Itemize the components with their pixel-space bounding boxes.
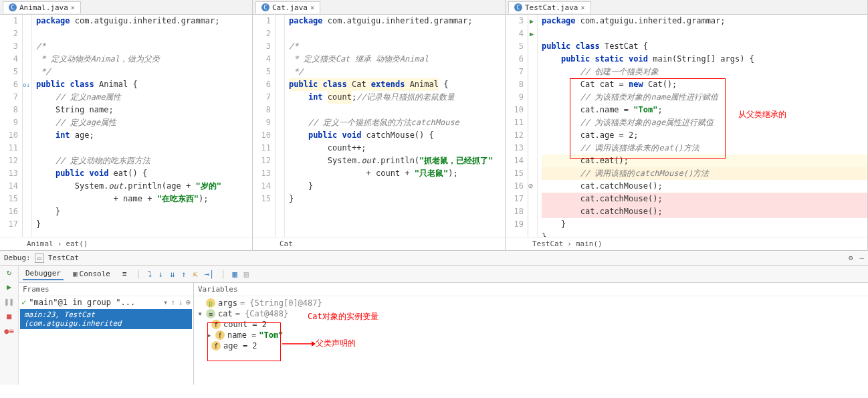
debug-body: ↻ ▶ ❚❚ ■ ●≡ Debugger ▣Console ≡ | ⤵ ↓ ⇊ … <box>0 266 868 385</box>
hide-icon[interactable]: — <box>859 254 864 262</box>
class-icon: C <box>261 3 269 11</box>
tab-label: Animal.java <box>19 3 68 12</box>
tab-label: Cat.java <box>272 3 308 12</box>
run-to-cursor-icon[interactable]: →| <box>205 270 214 279</box>
code: package com.atguigu.inherited.grammar; /… <box>32 15 252 237</box>
breadcrumb[interactable]: Cat <box>253 237 505 250</box>
tab-bar: C Animal.java × <box>0 0 252 15</box>
gear-icon[interactable]: ⚙ <box>849 254 853 262</box>
evaluate-icon[interactable]: ▦ <box>232 270 237 279</box>
trace-icon[interactable]: ▤ <box>244 270 249 279</box>
tab-animal[interactable]: C Animal.java × <box>3 1 81 13</box>
gutter: 1234567891011121314151617 <box>0 15 23 237</box>
class-icon: C <box>9 3 17 11</box>
code-area-testcat[interactable]: 345678910111213141516171819 ▶▶⊘ package … <box>506 15 867 237</box>
tab-cat[interactable]: C Cat.java × <box>255 1 320 13</box>
annotation-label: Cat对象的实例变量 <box>308 311 378 322</box>
debug-toolbar: Debugger ▣Console ≡ | ⤵ ↓ ⇊ ↑ ⇱ →| | ▦ ▤ <box>19 266 868 283</box>
threads-icon[interactable]: ≡ <box>120 268 130 280</box>
annotation-label: 从父类继承的 <box>738 108 786 121</box>
editor-cat: C Cat.java × 123456789101112131415 packa… <box>253 0 506 250</box>
stack-frame[interactable]: main:23, TestCat (com.atguigu.inherited <box>20 309 192 329</box>
close-icon[interactable]: × <box>580 4 584 11</box>
rerun-icon[interactable]: ↻ <box>4 267 15 278</box>
frames-panel: Frames ✓ "main"@1 in group "... ▾ ↑↓ ⊕ m… <box>19 283 194 385</box>
tab-debugger[interactable]: Debugger <box>23 268 64 280</box>
code-area-animal[interactable]: 1234567891011121314151617 o↓ package com… <box>0 15 252 237</box>
pause-icon[interactable]: ❚❚ <box>4 296 15 307</box>
thread-selector[interactable]: ✓ "main"@1 in group "... ▾ ↑↓ ⊕ <box>19 296 193 308</box>
variables-panel: Variables pargs = {String[0]@487} ▾≡cat … <box>194 283 868 385</box>
stop-icon[interactable]: ■ <box>4 311 15 322</box>
debug-config[interactable]: TestCat <box>48 254 79 262</box>
breadcrumb[interactable]: Animal›eat() <box>0 237 252 250</box>
debug-label: Debug: <box>4 254 31 262</box>
step-out-icon[interactable]: ↑ <box>181 270 186 279</box>
editor-animal: C Animal.java × 123456789101112131415161… <box>0 0 253 250</box>
force-step-into-icon[interactable]: ⇊ <box>170 270 175 279</box>
svg-marker-1 <box>312 341 316 346</box>
code-area-cat[interactable]: 123456789101112131415 package com.atguig… <box>253 15 505 237</box>
tab-label: TestCat.java <box>525 3 578 12</box>
step-over-icon[interactable]: ⤵ <box>148 270 152 279</box>
editor-testcat: C TestCat.java × 34567891011121314151617… <box>506 0 868 250</box>
marker-col: o↓ <box>23 15 32 237</box>
drop-frame-icon[interactable]: ⇱ <box>193 270 198 279</box>
config-icon: ▭ <box>35 254 44 263</box>
step-into-icon[interactable]: ↓ <box>158 270 163 279</box>
close-icon[interactable]: × <box>71 4 75 11</box>
variables-tree[interactable]: pargs = {String[0]@487} ▾≡cat = {Cat@488… <box>194 296 868 385</box>
annotation-label: 父类声明的 <box>316 338 356 349</box>
breadcrumb[interactable]: TestCat›main() <box>506 237 867 250</box>
arrow-icon <box>282 340 316 348</box>
close-icon[interactable]: × <box>310 4 314 11</box>
resume-icon[interactable]: ▶ <box>4 282 15 292</box>
debug-bar: Debug: ▭ TestCat ⚙ — <box>0 251 868 266</box>
tab-testcat[interactable]: C TestCat.java × <box>508 1 591 13</box>
breakpoints-icon[interactable]: ●≡ <box>4 326 15 336</box>
class-icon: C <box>514 3 522 11</box>
tab-console[interactable]: ▣Console <box>70 268 113 280</box>
variables-title: Variables <box>194 283 868 296</box>
frames-title: Frames <box>19 283 193 296</box>
debug-sidebar: ↻ ▶ ❚❚ ■ ●≡ <box>0 266 19 385</box>
